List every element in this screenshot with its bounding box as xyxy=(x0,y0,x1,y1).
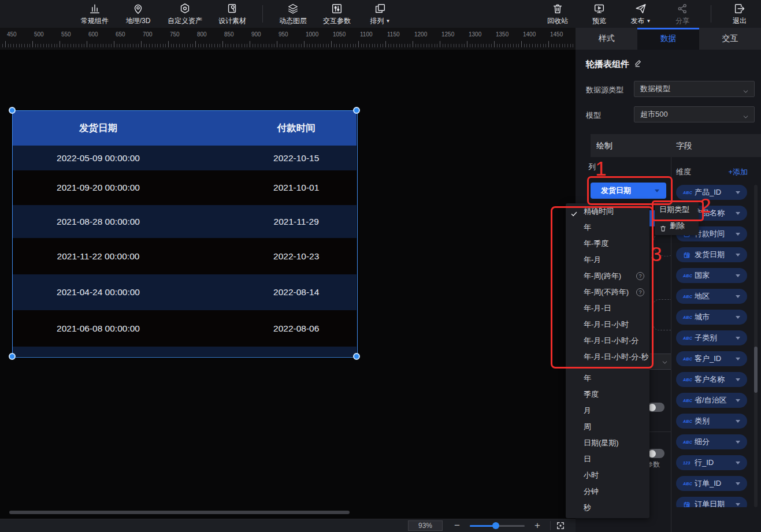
date-part-option[interactable]: 秒 xyxy=(566,500,649,516)
datasource-type-select[interactable]: 数据模型 xyxy=(634,81,755,97)
zoom-in-button[interactable]: + xyxy=(534,519,540,532)
zoom-out-button[interactable]: − xyxy=(454,519,460,532)
context-menu-item-delete[interactable]: 删除 xyxy=(655,218,714,234)
field-pill[interactable]: ABC类别 xyxy=(676,414,747,429)
table-cell: 2022-10-15 xyxy=(273,153,319,163)
ruler-label: 1150 xyxy=(387,31,400,38)
toolbar-arrange[interactable]: 排列▼ xyxy=(367,2,394,26)
toolbar-custom-assets[interactable]: 自定义资产 xyxy=(168,2,202,26)
date-part-option[interactable]: 季度 xyxy=(566,386,649,403)
field-pill[interactable]: ABC细分 xyxy=(676,434,747,449)
subtab-draw[interactable]: 绘制 xyxy=(596,134,612,157)
add-dimension-link[interactable]: +添加 xyxy=(728,167,748,177)
tab-style[interactable]: 样式 xyxy=(576,28,637,50)
subtab-fields[interactable]: 字段 xyxy=(676,134,692,157)
date-type-option[interactable]: 年-周(不跨年)? xyxy=(566,284,649,300)
field-pill-label: 细分 xyxy=(695,437,736,447)
field-list-scrollbar-track[interactable] xyxy=(754,185,758,507)
ruler-label: 1100 xyxy=(360,31,373,38)
caret-down-icon xyxy=(736,233,740,236)
caret-down-icon xyxy=(736,191,740,194)
date-part-option[interactable]: 分钟 xyxy=(566,483,649,500)
field-pill[interactable]: ABC地区 xyxy=(676,289,747,304)
field-pill-label: 订单日期 xyxy=(695,499,736,507)
column-select-shipdate[interactable]: 发货日期 xyxy=(591,183,666,199)
table-cell: 2021-08-28 00:00:00 xyxy=(57,217,140,227)
toolbar-dynamic-layers[interactable]: 动态图层 xyxy=(279,2,307,26)
zoom-level-value[interactable]: 93% xyxy=(408,520,443,531)
field-list-scrollbar-thumb[interactable] xyxy=(754,347,758,393)
date-type-option[interactable]: 年-季度 xyxy=(566,236,649,252)
abc-type-icon: ABC xyxy=(683,274,695,278)
toolbar-dynamic-layers-label: 动态图层 xyxy=(279,16,307,26)
toolbar-components[interactable]: 常规组件 xyxy=(81,2,109,26)
date-type-option[interactable]: 年-月-日-小时-分-秒 xyxy=(566,349,649,365)
bottom-status-bar: 93% − + xyxy=(0,519,576,532)
publish-icon xyxy=(634,2,647,16)
date-type-option[interactable]: 精确时间 xyxy=(566,203,649,220)
field-pill[interactable]: ABC子类别 xyxy=(676,330,747,345)
edit-pencil-icon[interactable] xyxy=(634,59,643,70)
date-type-option[interactable]: 年-周(跨年)? xyxy=(566,268,649,284)
toolbar-interaction-params[interactable]: 交互参数 xyxy=(323,2,351,26)
date-part-option[interactable]: 日期(星期) xyxy=(566,435,649,451)
zoom-slider-knob[interactable] xyxy=(492,522,499,529)
field-pill[interactable]: ABC客户_ID xyxy=(676,351,747,366)
table-row: 2021-09-20 00:00:002021-10-01 xyxy=(12,170,357,205)
context-menu-item-date-type[interactable]: 日期类型› xyxy=(655,202,703,218)
toolbar-preview[interactable]: 预览 xyxy=(586,2,612,26)
toolbar-divider xyxy=(262,5,263,23)
field-pill[interactable]: ABC客户名称 xyxy=(676,372,747,387)
date-type-option[interactable]: 年-月-日-小时-分 xyxy=(566,333,649,349)
toolbar-geo-3d[interactable]: 地理/3D xyxy=(125,2,151,26)
toggle-switch[interactable] xyxy=(647,403,665,412)
toolbar-left-group: 常规组件地理/3D自定义资产设计素材动态图层交互参数排列▼ xyxy=(81,0,394,28)
design-canvas[interactable]: 发货日期付款时间 2022-05-09 00:00:002022-10-1520… xyxy=(0,50,576,519)
toolbar-share[interactable]: 分享 xyxy=(669,2,696,26)
ruler-label: 850 xyxy=(224,31,234,38)
selection-handle[interactable] xyxy=(353,107,360,114)
table-row: 2021-08-28 00:00:002021-11-29 xyxy=(12,205,357,238)
field-pill[interactable]: ABC省/自治区 xyxy=(676,393,747,408)
date-type-option[interactable]: 年-月-日 xyxy=(566,300,649,317)
selection-handle[interactable] xyxy=(353,353,360,360)
selection-handle[interactable] xyxy=(9,353,16,360)
date-type-option[interactable]: 年-月 xyxy=(566,252,649,268)
toolbar-design-assets[interactable]: 设计素材 xyxy=(218,2,246,26)
date-part-option[interactable]: 周 xyxy=(566,419,649,435)
date-part-option[interactable]: 年 xyxy=(566,370,649,386)
field-pill[interactable]: ABC订单_ID xyxy=(676,476,747,491)
tab-data[interactable]: 数据 xyxy=(637,28,699,50)
toggle-switch[interactable] xyxy=(647,449,665,458)
field-pill[interactable]: ABC城市 xyxy=(676,310,747,325)
field-pill[interactable]: ABC国家 xyxy=(676,268,747,283)
field-pill-label: 子类别 xyxy=(695,333,736,343)
caret-down-icon xyxy=(736,274,740,277)
ruler-label: 600 xyxy=(88,31,98,38)
selection-handle[interactable] xyxy=(9,107,16,114)
calendar-clock-icon xyxy=(683,251,695,259)
toolbar-recycle-bin[interactable]: 回收站 xyxy=(544,2,571,26)
canvas-horizontal-scrollbar[interactable] xyxy=(9,511,350,514)
toolbar-publish[interactable]: 发布▼ xyxy=(628,2,654,26)
toolbar-design-assets-label: 设计素材 xyxy=(218,16,246,26)
component-title-row: 轮播表组件 xyxy=(586,59,643,70)
field-pill[interactable]: 订单日期 xyxy=(676,497,747,507)
field-pill[interactable]: 123行_ID xyxy=(676,455,747,470)
hidden-select-fragment[interactable] xyxy=(647,354,671,370)
date-part-option[interactable]: 月 xyxy=(566,403,649,419)
date-type-option[interactable]: 年 xyxy=(566,220,649,236)
carousel-table-component[interactable]: 发货日期付款时间 2022-05-09 00:00:002022-10-1520… xyxy=(12,110,357,356)
fit-to-screen-icon[interactable] xyxy=(555,520,566,532)
field-pill[interactable]: ABC产品_ID xyxy=(676,185,747,200)
toolbar-exit[interactable]: 退出 xyxy=(726,2,753,26)
tab-interaction[interactable]: 交互 xyxy=(699,28,761,50)
caret-down-icon xyxy=(736,399,740,402)
date-part-option[interactable]: 小时 xyxy=(566,467,649,483)
date-type-option[interactable]: 年-月-日-小时 xyxy=(566,317,649,333)
date-part-option[interactable]: 日 xyxy=(566,451,649,467)
field-pill[interactable]: 发货日期 xyxy=(676,247,747,262)
caret-down-icon xyxy=(736,337,740,340)
ruler-label: 1050 xyxy=(333,31,346,38)
model-select[interactable]: 超市500 xyxy=(634,106,755,122)
